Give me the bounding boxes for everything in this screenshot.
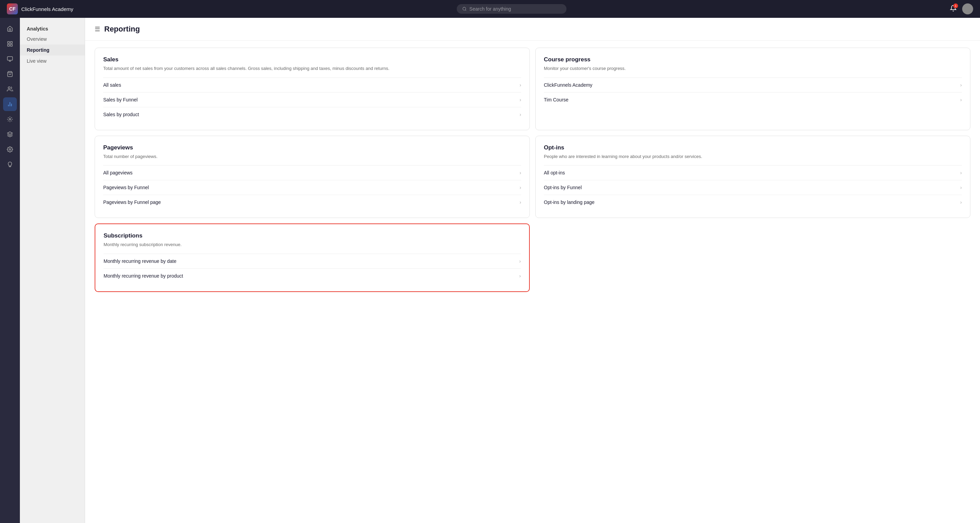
sales-card-desc: Total amount of net sales from your cust…: [103, 65, 521, 72]
svg-rect-3: [11, 41, 12, 43]
chevron-icon: ›: [519, 273, 521, 279]
app-title: ClickFunnels Academy: [21, 6, 73, 12]
sidebar-group-label: Analytics: [20, 23, 85, 33]
search-icon: [462, 6, 467, 11]
sidebar-item-live-view[interactable]: Live view: [20, 56, 85, 67]
main-content: ☰ Reporting Sales Total amount of net sa…: [85, 18, 980, 523]
subscriptions-card-title: Subscriptions: [103, 232, 521, 239]
notification-badge: 1: [953, 3, 958, 8]
link-sales-by-funnel[interactable]: Sales by Funnel ›: [103, 92, 521, 107]
notifications-button[interactable]: 1: [950, 5, 957, 13]
opt-ins-card-title: Opt-ins: [544, 144, 962, 151]
sidebar-icon-funnels[interactable]: [3, 37, 17, 51]
sidebar-icon-courses[interactable]: [3, 127, 17, 141]
sidebar-item-reporting[interactable]: Reporting: [20, 45, 85, 56]
link-all-sales[interactable]: All sales ›: [103, 78, 521, 92]
course-progress-card-desc: Monitor your customer's course progress.: [544, 65, 962, 72]
svg-point-14: [9, 119, 11, 120]
subscriptions-card-desc: Monthly recurring subscription revenue.: [103, 241, 521, 248]
topnav-right: 1: [950, 3, 973, 14]
top-navigation: CF ClickFunnels Academy 1: [0, 0, 980, 18]
chevron-icon: ›: [960, 97, 962, 102]
sidebar-icon-home[interactable]: [3, 22, 17, 36]
link-all-pageviews[interactable]: All pageviews ›: [103, 165, 521, 180]
cards-grid: Sales Total amount of net sales from you…: [85, 41, 980, 299]
chevron-icon: ›: [960, 185, 962, 190]
reporting-header: ☰ Reporting: [85, 18, 980, 41]
svg-point-0: [463, 7, 466, 10]
link-all-opt-ins[interactable]: All opt-ins ›: [544, 165, 962, 180]
link-tim-course[interactable]: Tim Course ›: [544, 92, 962, 107]
course-progress-card-title: Course progress: [544, 56, 962, 63]
card-sales: Sales Total amount of net sales from you…: [95, 48, 530, 130]
search-input[interactable]: [469, 6, 561, 12]
icon-sidebar: [0, 18, 20, 523]
chevron-icon: ›: [520, 97, 521, 102]
main-layout: Analytics Overview Reporting Live view ☰…: [0, 18, 980, 523]
card-pageviews: Pageviews Total number of pageviews. All…: [95, 136, 530, 218]
chevron-icon: ›: [520, 112, 521, 117]
avatar[interactable]: [962, 3, 973, 14]
card-subscriptions: Subscriptions Monthly recurring subscrip…: [95, 223, 530, 292]
sales-card-title: Sales: [103, 56, 521, 63]
sidebar-item-overview[interactable]: Overview: [20, 33, 85, 45]
chevron-icon: ›: [520, 199, 521, 205]
card-course-progress: Course progress Monitor your customer's …: [535, 48, 970, 130]
opt-ins-card-desc: People who are interested in learning mo…: [544, 153, 962, 160]
sidebar-icon-settings[interactable]: [3, 143, 17, 156]
chevron-icon: ›: [520, 185, 521, 190]
svg-point-15: [9, 149, 11, 151]
search-bar[interactable]: [457, 4, 566, 14]
svg-rect-4: [8, 45, 9, 46]
app-logo: CF: [7, 3, 18, 14]
svg-rect-2: [8, 41, 9, 43]
svg-line-1: [465, 10, 466, 11]
link-clickfunnels-academy[interactable]: ClickFunnels Academy ›: [544, 78, 962, 92]
chevron-icon: ›: [960, 82, 962, 88]
pageviews-card-title: Pageviews: [103, 144, 521, 151]
svg-point-10: [8, 87, 10, 89]
hamburger-icon[interactable]: ☰: [95, 25, 100, 33]
link-monthly-revenue-by-product[interactable]: Monthly recurring revenue by product ›: [103, 269, 521, 283]
sidebar-icon-automations[interactable]: [3, 113, 17, 126]
chevron-icon: ›: [520, 82, 521, 88]
chevron-icon: ›: [520, 170, 521, 175]
link-opt-ins-by-funnel[interactable]: Opt-ins by Funnel ›: [544, 180, 962, 195]
sidebar-icon-products[interactable]: [3, 67, 17, 81]
chevron-icon: ›: [960, 170, 962, 175]
sidebar-icon-analytics[interactable]: [3, 97, 17, 111]
sidebar-icon-sites[interactable]: [3, 52, 17, 66]
link-sales-by-product[interactable]: Sales by product ›: [103, 107, 521, 122]
topnav-left: CF ClickFunnels Academy: [7, 3, 73, 14]
link-opt-ins-by-landing-page[interactable]: Opt-ins by landing page ›: [544, 195, 962, 210]
page-title: Reporting: [104, 25, 140, 33]
text-sidebar: Analytics Overview Reporting Live view: [20, 18, 85, 523]
link-monthly-revenue-by-date[interactable]: Monthly recurring revenue by date ›: [103, 254, 521, 269]
link-pageviews-by-funnel[interactable]: Pageviews by Funnel ›: [103, 180, 521, 195]
link-pageviews-by-funnel-page[interactable]: Pageviews by Funnel page ›: [103, 195, 521, 210]
chevron-icon: ›: [960, 199, 962, 205]
pageviews-card-desc: Total number of pageviews.: [103, 153, 521, 160]
chevron-icon: ›: [519, 258, 521, 264]
sidebar-icon-contacts[interactable]: [3, 82, 17, 96]
svg-rect-6: [8, 57, 13, 60]
sidebar-icon-ai[interactable]: [3, 157, 17, 172]
card-opt-ins: Opt-ins People who are interested in lea…: [535, 136, 970, 218]
svg-rect-5: [11, 45, 12, 46]
